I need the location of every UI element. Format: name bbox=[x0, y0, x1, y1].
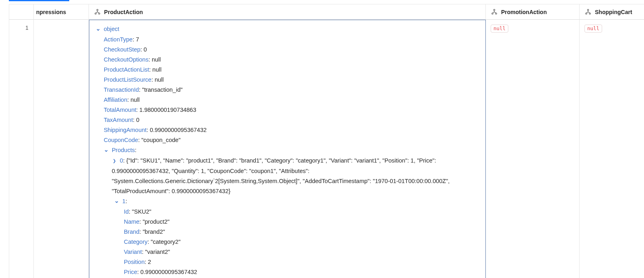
tree-prop-checkoutoptions[interactable]: CheckoutOptions: null bbox=[94, 55, 481, 65]
struct-type-icon bbox=[584, 8, 592, 16]
tree-root-label: object bbox=[104, 26, 120, 32]
cell-impressions[interactable] bbox=[34, 20, 89, 278]
active-tab-indicator bbox=[9, 0, 69, 1]
tree-prop-product1-position[interactable]: Position: 2 bbox=[94, 257, 481, 267]
col-header-impressions-label: npressions bbox=[36, 9, 66, 15]
svg-point-6 bbox=[587, 9, 588, 10]
tree-node-product-1[interactable]: 1: bbox=[94, 196, 481, 207]
cell-productaction[interactable]: object ActionType: 7 CheckoutStep: 0 Che… bbox=[89, 20, 486, 278]
tree-prop-productlistsource[interactable]: ProductListSource: null bbox=[94, 75, 481, 85]
tree-prop-actiontype[interactable]: ActionType: 7 bbox=[94, 35, 481, 45]
tree-prop-transactionid[interactable]: TransactionId: "transaction_id" bbox=[94, 85, 481, 95]
null-badge: null bbox=[584, 25, 602, 33]
tree-prop-product1-brand[interactable]: Brand: "brand2" bbox=[94, 227, 481, 237]
tree-root-object[interactable]: object bbox=[94, 24, 481, 35]
cell-promotionaction[interactable]: null bbox=[486, 20, 580, 278]
chevron-down-icon[interactable] bbox=[114, 196, 119, 206]
struct-type-icon bbox=[491, 8, 498, 16]
tree-prop-product1-name[interactable]: Name: "product2" bbox=[94, 217, 481, 227]
svg-point-1 bbox=[95, 13, 96, 14]
tree-prop-product1-category[interactable]: Category: "category2" bbox=[94, 237, 481, 247]
svg-point-0 bbox=[97, 9, 98, 10]
svg-point-4 bbox=[492, 13, 493, 14]
object-tree: object ActionType: 7 CheckoutStep: 0 Che… bbox=[94, 24, 481, 277]
svg-point-5 bbox=[495, 13, 497, 14]
null-badge: null bbox=[491, 25, 508, 33]
tree-prop-totalamount[interactable]: TotalAmount: 1.9800000190734863 bbox=[94, 105, 481, 115]
table-row: 1 object ActionType: 7 CheckoutStep: 0 C… bbox=[9, 20, 644, 278]
col-header-productaction[interactable]: ProductAction bbox=[89, 4, 486, 20]
svg-point-2 bbox=[98, 13, 99, 14]
tree-prop-affiliation[interactable]: Affiliation: null bbox=[94, 95, 481, 105]
row-number[interactable]: 1 bbox=[9, 20, 34, 278]
tree-prop-product1-variant[interactable]: Variant: "variant2" bbox=[94, 247, 481, 257]
chevron-down-icon[interactable] bbox=[96, 24, 101, 34]
tree-node-products[interactable]: Products: bbox=[94, 145, 481, 156]
tree-prop-shippingamount[interactable]: ShippingAmount: 0.9900000095367432 bbox=[94, 125, 481, 135]
tree-prop-productactionlist[interactable]: ProductActionList: null bbox=[94, 65, 481, 75]
svg-point-8 bbox=[589, 13, 590, 14]
col-header-promotionaction-label: PromotionAction bbox=[501, 9, 547, 15]
col-header-impressions[interactable]: npressions bbox=[34, 4, 89, 20]
svg-point-3 bbox=[493, 9, 495, 10]
cell-shoppingcart[interactable]: null bbox=[580, 20, 644, 278]
results-table: npressions ProductAction bbox=[9, 4, 644, 278]
col-header-promotionaction[interactable]: PromotionAction bbox=[486, 4, 580, 20]
col-header-shoppingcart-label: ShoppingCart bbox=[595, 9, 632, 15]
tree-prop-checkoutstep[interactable]: CheckoutStep: 0 bbox=[94, 45, 481, 55]
chevron-down-icon[interactable] bbox=[104, 145, 109, 155]
struct-type-icon bbox=[94, 8, 101, 16]
col-header-shoppingcart[interactable]: ShoppingCart bbox=[580, 4, 644, 20]
table-header-row: npressions ProductAction bbox=[9, 4, 644, 20]
tree-prop-product1-id[interactable]: Id: "SKU2" bbox=[94, 207, 481, 217]
chevron-right-icon[interactable] bbox=[112, 156, 117, 166]
svg-point-7 bbox=[586, 13, 587, 14]
tree-prop-taxamount[interactable]: TaxAmount: 0 bbox=[94, 115, 481, 125]
col-header-productaction-label: ProductAction bbox=[104, 9, 143, 15]
tree-prop-product1-price[interactable]: Price: 0.9900000095367432 bbox=[94, 267, 481, 277]
col-header-rownum[interactable] bbox=[9, 4, 34, 20]
tree-node-product-0[interactable]: 0: {"Id": "SKU1", "Name": "product1", "B… bbox=[94, 156, 481, 196]
tree-prop-couponcode[interactable]: CouponCode: "coupon_code" bbox=[94, 135, 481, 145]
